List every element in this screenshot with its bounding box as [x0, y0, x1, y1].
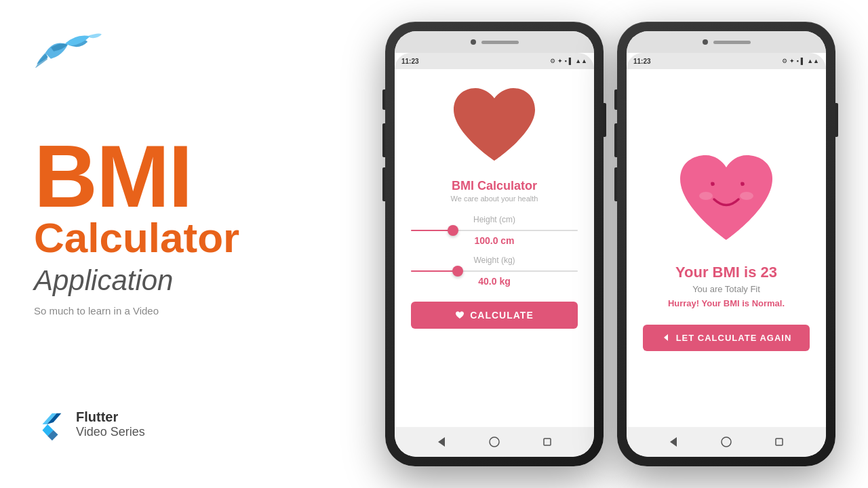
- back-btn[interactable]: [435, 435, 448, 449]
- phones-container: 11:23 ⚙ ✦ ▪ ▌ ▲▲ BMI Calculator We care …: [353, 8, 868, 480]
- calculate-btn-label: CALCULATE: [470, 310, 534, 321]
- recents-btn[interactable]: [540, 435, 554, 449]
- title-area: BMI Calculator Application So much to le…: [34, 41, 319, 408]
- height-slider-fill: [411, 230, 453, 231]
- phone-1-top: [395, 31, 594, 53]
- phone-1-status-bar: 11:23 ⚙ ✦ ▪ ▌ ▲▲: [395, 53, 594, 69]
- brand-text: Flutter Video Series: [76, 409, 145, 439]
- notification-icon-2: ✦: [789, 58, 795, 64]
- home-nav-icon: [489, 436, 500, 447]
- bmi-normal-text: Hurray! Your BMI is Normal.: [668, 298, 785, 308]
- phone-2-power-btn: [835, 103, 838, 137]
- phone-2-screen: 11:23 ⚙ ✦ ▪ ▌ ▲▲: [627, 31, 826, 457]
- bmi-result-title: Your BMI is 23: [675, 264, 777, 281]
- brand-area: Flutter Video Series: [34, 408, 319, 461]
- phone-2-nav: [627, 427, 826, 457]
- svg-marker-4: [438, 437, 445, 447]
- phone-2-cute-heart-icon: [672, 148, 781, 250]
- phone-1-left-btn-2: [382, 123, 385, 157]
- left-section: BMI Calculator Application So much to le…: [0, 0, 353, 488]
- chevron-left-icon: [661, 333, 671, 342]
- flutter-label: Flutter: [76, 409, 145, 425]
- back-nav-icon: [435, 436, 448, 448]
- bmi-fit-label: You are Totaly Fit: [692, 284, 760, 294]
- phone-2-status-bar: 11:23 ⚙ ✦ ▪ ▌ ▲▲: [627, 53, 826, 69]
- svg-point-11: [722, 437, 731, 447]
- phone-1-frame: 11:23 ⚙ ✦ ▪ ▌ ▲▲ BMI Calculator We care …: [385, 22, 604, 466]
- back-btn-2[interactable]: [667, 435, 680, 449]
- phone-2-speaker: [713, 41, 751, 44]
- height-slider-track: [411, 230, 578, 231]
- application-heading: Application: [34, 264, 319, 297]
- phone-1-app-title: BMI Calculator: [452, 179, 537, 193]
- weight-slider-fill: [411, 270, 458, 272]
- phone-1-power-btn: [604, 103, 606, 137]
- weight-slider[interactable]: [411, 270, 578, 272]
- weight-value: 40.0 kg: [411, 276, 578, 287]
- svg-rect-12: [776, 439, 783, 445]
- flutter-logo-icon: [34, 408, 66, 441]
- battery-icon: ▌: [569, 58, 573, 64]
- phone-1-time: 11:23: [401, 58, 419, 65]
- height-value: 100.0 cm: [411, 235, 578, 246]
- height-slider-thumb[interactable]: [448, 225, 458, 236]
- bmi-heading: BMI: [34, 132, 319, 220]
- phone-1-app-content: BMI Calculator We care about your health…: [395, 69, 594, 427]
- phone-1-nav: [395, 427, 594, 457]
- home-nav-icon-2: [721, 436, 732, 447]
- recents-btn-2[interactable]: [772, 435, 786, 449]
- video-series-label: Video Series: [76, 425, 145, 439]
- svg-point-7: [699, 192, 713, 200]
- svg-point-8: [740, 192, 753, 200]
- phone-2-top: [627, 31, 826, 53]
- phone-1-inputs: Height (cm) 100.0 cm Weight (kg): [411, 215, 578, 296]
- recalculate-btn-label: LET CALCULATE AGAIN: [676, 333, 792, 343]
- height-label: Height (cm): [411, 215, 578, 224]
- recents-nav-icon: [542, 437, 552, 447]
- battery-icon-2: ▌: [801, 58, 805, 64]
- recalculate-button[interactable]: LET CALCULATE AGAIN: [643, 325, 810, 351]
- settings-icon-2: ⚙: [782, 58, 787, 64]
- signal-icon-2: ▲▲: [807, 58, 819, 64]
- phone-2-camera: [703, 39, 708, 45]
- recents-nav-icon-2: [774, 437, 784, 447]
- phone-2-time: 11:23: [633, 58, 651, 65]
- back-nav-icon-2: [667, 436, 679, 448]
- calculate-button[interactable]: CALCULATE: [411, 302, 578, 329]
- phone-1-speaker: [481, 41, 519, 44]
- home-btn[interactable]: [488, 435, 501, 449]
- phone-1-camera: [471, 39, 476, 45]
- phone-1-screen: 11:23 ⚙ ✦ ▪ ▌ ▲▲ BMI Calculator We care …: [395, 31, 594, 457]
- phone-2-frame: 11:23 ⚙ ✦ ▪ ▌ ▲▲: [617, 22, 835, 466]
- phone-1-app-subtitle: We care about your health: [451, 195, 538, 203]
- settings-icon: ⚙: [550, 58, 555, 64]
- phone-2-status-icons: ⚙ ✦ ▪ ▌ ▲▲: [782, 58, 819, 64]
- weight-slider-thumb[interactable]: [452, 266, 463, 277]
- calculator-heading: Calculator: [34, 217, 319, 259]
- home-btn-2[interactable]: [719, 435, 733, 449]
- svg-marker-9: [664, 334, 668, 341]
- heart-btn-icon: [455, 310, 465, 320]
- svg-rect-6: [544, 439, 551, 445]
- phone-2-left-btn-2: [614, 123, 617, 157]
- weight-label: Weight (kg): [411, 256, 578, 265]
- notification-icon: ✦: [557, 58, 563, 64]
- subtitle-text: So much to learn in a Video: [34, 305, 319, 317]
- height-slider[interactable]: [411, 230, 578, 231]
- phone-2-left-btn-3: [614, 167, 617, 201]
- phone-1-left-btn-3: [382, 167, 385, 201]
- phone-1-left-btn-1: [382, 89, 385, 110]
- phone-1-status-icons: ⚙ ✦ ▪ ▌ ▲▲: [550, 58, 587, 64]
- phone-2-app-content: Your BMI is 23 You are Totaly Fit Hurray…: [627, 69, 826, 427]
- phone-1-heart-icon: [447, 83, 542, 171]
- wifi-icon-2: ▪: [797, 58, 799, 64]
- svg-marker-10: [670, 437, 677, 447]
- phone-2-left-btn-1: [614, 89, 617, 110]
- signal-icon: ▲▲: [575, 58, 587, 64]
- wifi-icon: ▪: [565, 58, 567, 64]
- weight-slider-track: [411, 270, 578, 272]
- svg-point-5: [490, 437, 499, 447]
